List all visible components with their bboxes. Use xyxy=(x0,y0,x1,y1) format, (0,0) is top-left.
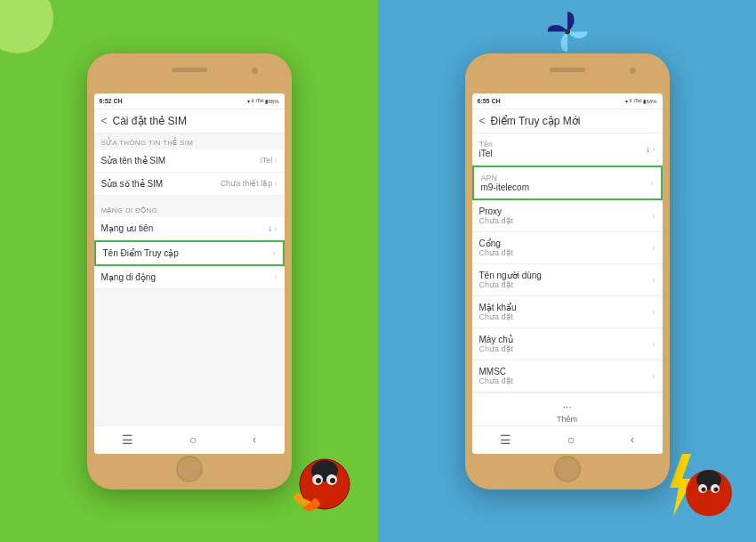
left-panel: 6:52 CH ▾ il iTel ▮65% < Cài đặt thẻ SIM… xyxy=(0,0,378,542)
phone-screen-left: 6:52 CH ▾ il iTel ▮65% < Cài đặt thẻ SIM… xyxy=(94,93,285,454)
list-item-password[interactable]: Mật khẩu Chưa đặt › xyxy=(472,296,663,328)
item-label-edit-name: Sửa tên thẻ SIM xyxy=(101,156,166,166)
section-label-network: MẠNG DI ĐỘNG xyxy=(94,201,285,217)
phone-home-button xyxy=(176,456,203,482)
right-panel: 6:55 CH ▾ il iTel ▮64% < Điểm Truy cập M… xyxy=(378,0,756,542)
chevron-ten: › xyxy=(652,144,655,154)
item-value-priority: ↓ › xyxy=(268,223,277,233)
home-nav-btn-right[interactable]: ○ xyxy=(567,433,575,447)
list-item-apn[interactable]: Tên Điểm Truy cập › xyxy=(94,240,285,266)
red-arrow-priority: ↓ xyxy=(268,223,272,233)
list-item-priority-network[interactable]: Mạng ưu tiên ↓ › xyxy=(94,217,285,240)
svg-point-13 xyxy=(702,488,706,492)
svg-point-7 xyxy=(565,29,570,35)
phone-content-left: SỬA THÔNG TIN THẺ SIM Sửa tên thẻ SIM iT… xyxy=(94,133,285,425)
label-cong: Cổng xyxy=(479,239,514,248)
phone-header-left: < Cài đặt thẻ SIM xyxy=(94,109,285,133)
status-icons-left: ▾ il iTel ▮65% xyxy=(247,98,279,104)
item-label-priority: Mạng ưu tiên xyxy=(101,223,154,233)
item-label-edit-number: Sửa số thẻ SIM xyxy=(101,179,164,189)
phone-camera-right xyxy=(630,68,636,74)
back-nav-btn-left[interactable]: ‹ xyxy=(253,433,256,446)
wifi-icon-right: il xyxy=(630,98,632,103)
item-value-edit-number: Chưa thiết lập › xyxy=(221,179,277,189)
red-arrow-ten: ↓ xyxy=(646,144,650,154)
svg-point-5 xyxy=(316,478,321,483)
list-item-proxy[interactable]: Proxy Chưa đặt › xyxy=(472,200,663,232)
list-item-edit-name[interactable]: Sửa tên thẻ SIM iTel › xyxy=(94,150,285,173)
phone-speaker xyxy=(172,68,207,72)
carrier-left: iTel xyxy=(255,98,263,103)
chevron-icon: › xyxy=(274,156,277,166)
chevron-icon-3: › xyxy=(274,223,277,233)
phone-nav-left: ☰ ○ ‹ xyxy=(94,425,285,454)
chevron-apn: › xyxy=(650,178,653,188)
time-right: 6:55 CH xyxy=(478,98,501,104)
list-item-server[interactable]: Máy chủ Chưa đặt › xyxy=(472,328,663,360)
phone-home-button-right xyxy=(554,456,581,482)
svg-point-14 xyxy=(714,488,719,492)
chevron-password: › xyxy=(652,307,655,317)
pinwheel-decoration xyxy=(543,7,591,56)
time-left: 6:52 CH xyxy=(100,98,123,104)
label-mmsc: MMSC xyxy=(479,367,514,376)
status-icons-right: ▾ il iTel ▮64% xyxy=(625,98,657,104)
mascot-right xyxy=(676,462,743,529)
item-label-mobile-network: Mạng di động xyxy=(101,272,156,282)
battery-left: ▮65% xyxy=(265,98,278,104)
list-item-apn-right[interactable]: APN m9-itelecom › xyxy=(472,166,663,200)
battery-right: ▮64% xyxy=(643,98,656,104)
phone-camera xyxy=(252,68,258,74)
item-value-apn: › xyxy=(272,248,275,258)
sub-mmsc: Chưa đặt xyxy=(479,376,514,385)
chevron-username: › xyxy=(652,275,655,285)
more-label: Thêm xyxy=(479,415,655,424)
back-arrow-right[interactable]: < xyxy=(479,115,486,127)
list-item-ten[interactable]: Tên iTel ↓ › xyxy=(472,133,663,166)
home-nav-btn-left[interactable]: ○ xyxy=(189,433,197,447)
phone-nav-right: ☰ ○ ‹ xyxy=(472,425,663,454)
phone-header-right: < Điểm Truy cập Mới xyxy=(472,109,663,133)
sub-server: Chưa đặt xyxy=(479,344,514,353)
status-bar-left: 6:52 CH ▾ il iTel ▮65% xyxy=(94,93,285,109)
sub-cong: Chưa đặt xyxy=(479,248,514,257)
label-username: Tên người dùng xyxy=(479,271,542,280)
list-item-mobile-network[interactable]: Mạng di động › xyxy=(94,266,285,289)
label-ten-header: Tên xyxy=(479,140,494,149)
signal-icon: ▾ xyxy=(247,98,250,104)
chevron-icon-5: › xyxy=(274,272,277,282)
chevron-mmsc: › xyxy=(652,371,655,381)
menu-nav-btn-right[interactable]: ☰ xyxy=(500,433,511,447)
green-circle-decoration xyxy=(0,0,53,53)
carrier-right: iTel xyxy=(633,98,641,103)
page-title-left: Cài đặt thẻ SIM xyxy=(113,115,187,127)
phone-screen-right: 6:55 CH ▾ il iTel ▮64% < Điểm Truy cập M… xyxy=(472,93,663,454)
list-item-edit-number[interactable]: Sửa số thẻ SIM Chưa thiết lập › xyxy=(94,173,285,196)
menu-nav-btn-left[interactable]: ☰ xyxy=(122,433,133,447)
phone-right: 6:55 CH ▾ il iTel ▮64% < Điểm Truy cập M… xyxy=(465,53,670,489)
list-item-cong[interactable]: Cổng Chưa đặt › xyxy=(472,232,663,264)
sub-username: Chưa đặt xyxy=(479,280,542,289)
item-value-edit-name: iTel › xyxy=(261,156,277,166)
item-label-apn: Tên Điểm Truy cập xyxy=(103,248,179,258)
chevron-cong: › xyxy=(652,243,655,253)
label-apn-header: APN xyxy=(481,174,529,182)
chevron-icon-2: › xyxy=(274,179,277,189)
label-proxy: Proxy xyxy=(479,206,514,216)
back-nav-btn-right[interactable]: ‹ xyxy=(631,433,634,446)
phone-left: 6:52 CH ▾ il iTel ▮65% < Cài đặt thẻ SIM… xyxy=(87,53,292,489)
mascot-left xyxy=(289,453,360,524)
item-value-mobile-network: › xyxy=(274,272,277,282)
back-arrow-left[interactable]: < xyxy=(101,115,108,127)
phone-speaker-right xyxy=(550,68,585,72)
chevron-icon-4: › xyxy=(272,248,275,258)
phone-content-right: Tên iTel ↓ › APN m9-itelecom › xyxy=(472,133,663,425)
value-ten: iTel xyxy=(479,149,494,158)
item-value-ten: ↓ › xyxy=(646,144,655,154)
more-button[interactable]: ··· Thêm xyxy=(472,392,663,425)
list-item-username[interactable]: Tên người dùng Chưa đặt › xyxy=(472,264,663,296)
sub-password: Chưa đặt xyxy=(479,312,517,321)
label-password: Mật khẩu xyxy=(479,303,517,312)
chevron-server: › xyxy=(652,339,655,349)
list-item-mmsc[interactable]: MMSC Chưa đặt › xyxy=(472,360,663,392)
